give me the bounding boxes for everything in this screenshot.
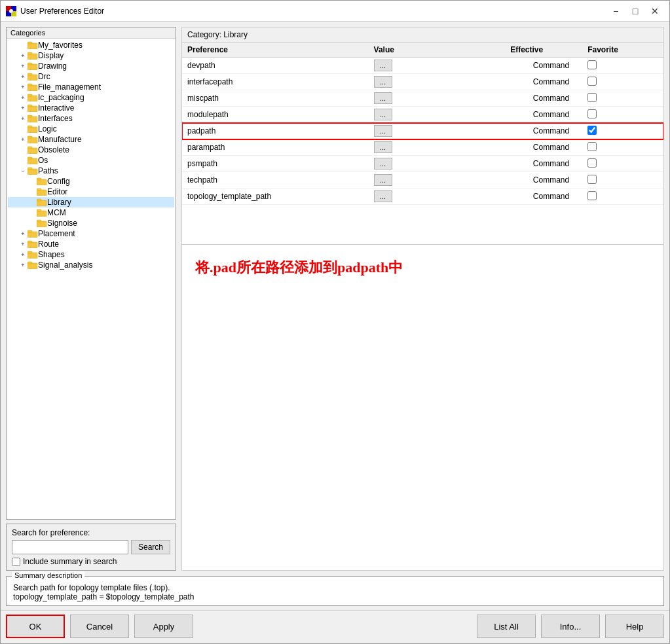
tree-item-logic[interactable]: Logic xyxy=(8,124,174,134)
preference-table-container[interactable]: Preference Value Effective Favorite devp… xyxy=(181,42,664,245)
toggle-file-management[interactable]: + xyxy=(18,82,28,92)
svg-rect-43 xyxy=(28,242,37,248)
toggle-manufacture[interactable]: + xyxy=(18,135,28,144)
cell-favorite[interactable] xyxy=(582,123,663,139)
value-button[interactable]: ... xyxy=(374,109,392,120)
table-row[interactable]: parampath...Command xyxy=(182,139,663,156)
tree-item-file-management[interactable]: + File_management xyxy=(8,82,174,92)
search-input[interactable] xyxy=(12,540,128,554)
cell-favorite[interactable] xyxy=(582,139,663,156)
tree-item-obsolete[interactable]: Obsolete xyxy=(8,145,174,155)
cell-favorite[interactable] xyxy=(582,107,663,123)
toggle-paths[interactable]: − xyxy=(18,166,28,175)
toggle-editor[interactable] xyxy=(28,187,37,196)
tree-item-display[interactable]: + Display xyxy=(8,50,174,61)
tree-item-signoise[interactable]: Signoise xyxy=(8,218,174,228)
favorite-checkbox[interactable] xyxy=(587,158,597,168)
tree-item-drawing[interactable]: + Drawing xyxy=(8,61,174,71)
apply-button[interactable]: Apply xyxy=(134,615,193,638)
value-button[interactable]: ... xyxy=(374,190,392,202)
help-button[interactable]: Help xyxy=(605,615,664,638)
table-row[interactable]: devpath...Command xyxy=(182,58,663,74)
tree-item-library[interactable]: Library xyxy=(8,197,174,207)
cell-favorite[interactable] xyxy=(582,172,663,188)
favorite-checkbox[interactable] xyxy=(587,175,597,184)
toggle-my-favorites[interactable] xyxy=(18,41,28,50)
cell-favorite[interactable] xyxy=(582,74,663,90)
cell-favorite[interactable] xyxy=(582,188,663,205)
tree-item-shapes[interactable]: + Shapes xyxy=(8,249,174,260)
toggle-signoise[interactable] xyxy=(28,219,37,228)
toggle-obsolete[interactable] xyxy=(18,145,28,154)
list-all-button[interactable]: List All xyxy=(477,615,536,638)
toggle-config[interactable] xyxy=(28,177,37,186)
toggle-ic-packaging[interactable]: + xyxy=(18,93,28,102)
info-button[interactable]: Info... xyxy=(541,615,600,638)
toggle-signal-analysis[interactable]: + xyxy=(18,260,28,270)
favorite-checkbox[interactable] xyxy=(587,126,597,135)
tree-item-manufacture[interactable]: + Manufacture xyxy=(8,134,174,145)
toggle-interfaces[interactable]: + xyxy=(18,114,28,123)
table-row[interactable]: psmpath...Command xyxy=(182,156,663,172)
table-row[interactable]: techpath...Command xyxy=(182,172,663,188)
table-row[interactable]: modulepath...Command xyxy=(182,107,663,123)
svg-rect-47 xyxy=(28,263,37,269)
toggle-interactive[interactable]: + xyxy=(18,103,28,113)
value-button[interactable]: ... xyxy=(374,92,392,104)
summary-line2: topology_template_path = $topology_templ… xyxy=(13,592,657,601)
label-signoise: Signoise xyxy=(47,219,77,228)
tree-item-route[interactable]: + Route xyxy=(8,239,174,249)
toggle-library[interactable] xyxy=(28,198,37,207)
close-button[interactable]: ✕ xyxy=(646,5,664,18)
favorite-checkbox[interactable] xyxy=(587,191,597,200)
toggle-display[interactable]: + xyxy=(18,51,28,60)
tree-item-ic-packaging[interactable]: + Ic_packaging xyxy=(8,92,174,103)
cell-favorite[interactable] xyxy=(582,156,663,172)
tree-item-paths[interactable]: − Paths xyxy=(8,166,174,176)
favorite-checkbox[interactable] xyxy=(587,93,597,102)
table-row[interactable]: interfacepath...Command xyxy=(182,74,663,90)
search-button[interactable]: Search xyxy=(131,540,170,554)
summary-line1: Search path for topology template files … xyxy=(13,583,657,592)
toggle-shapes[interactable]: + xyxy=(18,250,28,259)
value-button[interactable]: ... xyxy=(374,76,392,88)
minimize-button[interactable]: − xyxy=(606,5,625,18)
value-button[interactable]: ... xyxy=(374,158,392,170)
value-button[interactable]: ... xyxy=(374,125,392,137)
tree-item-os[interactable]: Os xyxy=(8,155,174,166)
tree-item-interactive[interactable]: + Interactive xyxy=(8,103,174,113)
cell-favorite[interactable] xyxy=(582,58,663,74)
favorite-checkbox[interactable] xyxy=(587,77,597,86)
table-row[interactable]: padpath...Command xyxy=(182,123,663,139)
tree-item-drc[interactable]: + Drc xyxy=(8,71,174,82)
ok-button[interactable]: OK xyxy=(6,615,65,638)
table-row[interactable]: miscpath...Command xyxy=(182,90,663,107)
toggle-mcm[interactable] xyxy=(28,208,37,217)
cancel-button[interactable]: Cancel xyxy=(70,615,129,638)
toggle-os[interactable] xyxy=(18,156,28,165)
cell-favorite[interactable] xyxy=(582,90,663,107)
value-button[interactable]: ... xyxy=(374,60,392,71)
tree-item-config[interactable]: Config xyxy=(8,176,174,187)
toggle-drc[interactable]: + xyxy=(18,72,28,81)
toggle-route[interactable]: + xyxy=(18,240,28,249)
tree-container[interactable]: My_favorites + Display + Drawing xyxy=(7,39,176,519)
maximize-button[interactable]: □ xyxy=(626,5,644,18)
favorite-checkbox[interactable] xyxy=(587,142,597,151)
main-content: Categories My_favorites + Display xyxy=(1,22,669,576)
include-summary-checkbox[interactable] xyxy=(12,558,20,566)
favorite-checkbox[interactable] xyxy=(587,109,597,118)
tree-item-placement[interactable]: + Placement xyxy=(8,228,174,239)
favorite-checkbox[interactable] xyxy=(587,60,597,69)
value-button[interactable]: ... xyxy=(374,174,392,186)
tree-item-editor[interactable]: Editor xyxy=(8,187,174,197)
table-row[interactable]: topology_template_path...Command xyxy=(182,188,663,205)
tree-item-interfaces[interactable]: + Interfaces xyxy=(8,113,174,124)
tree-item-signal-analysis[interactable]: + Signal_analysis xyxy=(8,260,174,270)
toggle-logic[interactable] xyxy=(18,124,28,134)
toggle-drawing[interactable]: + xyxy=(18,62,28,71)
tree-item-my-favorites[interactable]: My_favorites xyxy=(8,40,174,50)
tree-item-mcm[interactable]: MCM xyxy=(8,207,174,218)
value-button[interactable]: ... xyxy=(374,141,392,153)
toggle-placement[interactable]: + xyxy=(18,229,28,238)
